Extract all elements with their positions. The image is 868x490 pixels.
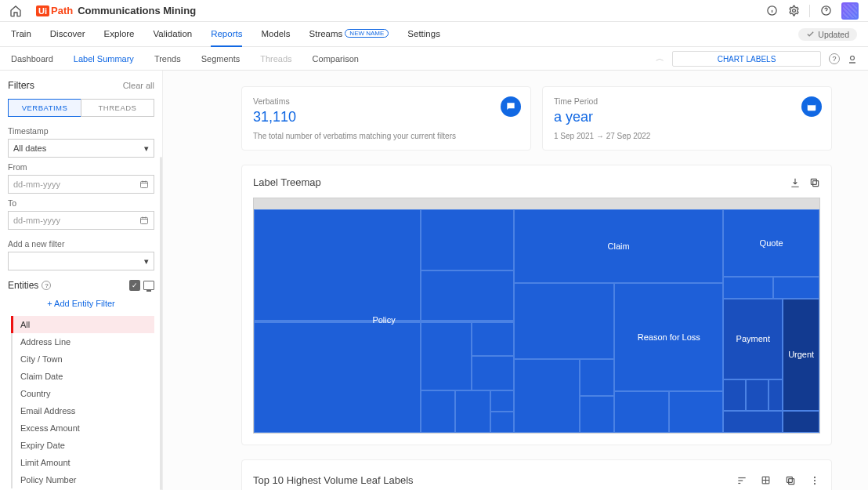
treemap-label-claim: Claim [608, 241, 630, 251]
from-date-input[interactable]: dd-mm-yyyy [8, 175, 154, 194]
entity-item[interactable]: Address Line [13, 333, 154, 350]
treemap-label-policy: Policy [372, 315, 395, 325]
svg-point-32 [813, 479, 815, 481]
entities-label: Entities [8, 280, 38, 291]
nav-reports[interactable]: Reports [211, 22, 242, 47]
avatar[interactable] [841, 2, 859, 20]
subnav-dashboard[interactable]: Dashboard [11, 54, 53, 64]
monitor-icon[interactable] [143, 281, 154, 290]
entity-item[interactable]: Expiry Date [13, 437, 154, 454]
secondary-nav: Dashboard Label Summary Trends Segments … [0, 47, 868, 71]
copy-icon[interactable] [808, 176, 820, 188]
verbatims-card: Verbatims 31,110 The total number of ver… [241, 86, 531, 151]
add-entity-filter-button[interactable]: Add Entity Filter [8, 299, 154, 308]
shield-check-icon[interactable]: ✓ [129, 280, 140, 291]
calendar-icon [801, 96, 822, 117]
svg-rect-30 [787, 477, 792, 482]
copy-icon[interactable] [784, 474, 796, 486]
chevron-down-icon: ▾ [144, 143, 149, 154]
panel-title: Label Treemap [253, 176, 321, 188]
new-name-badge: NEW NAME [345, 29, 389, 38]
card-title: Time Period [554, 96, 820, 106]
help-circle-icon[interactable]: ? [42, 281, 51, 290]
content-area: Verbatims 31,110 The total number of ver… [163, 71, 868, 490]
svg-point-33 [813, 483, 815, 485]
download-icon[interactable] [789, 176, 801, 188]
primary-nav: Train Discover Explore Validation Report… [0, 22, 868, 47]
home-icon[interactable] [9, 5, 22, 17]
svg-rect-18 [812, 180, 818, 186]
more-icon[interactable] [808, 474, 820, 486]
subnav-comparison[interactable]: Comparison [313, 54, 359, 64]
tab-verbatims[interactable]: VERBATIMS [8, 99, 81, 117]
help-circle-icon[interactable]: ? [829, 53, 840, 64]
svg-rect-17 [808, 103, 816, 105]
subnav-threads: Threads [260, 54, 291, 64]
entity-item[interactable]: Email Address [13, 402, 154, 419]
svg-point-31 [813, 476, 815, 477]
time-period-value: a year [554, 109, 820, 125]
grid-icon[interactable] [760, 474, 772, 486]
sort-icon[interactable] [736, 474, 747, 486]
chart-labels-dropdown[interactable]: CHART LABELS [672, 51, 821, 67]
product-logo: UiPath Communications Mining [36, 5, 196, 16]
entity-item[interactable]: Claim Date [13, 368, 154, 385]
top-labels-panel: Top 10 Highest Volume Leaf Labels [241, 459, 832, 490]
chat-icon [501, 96, 521, 117]
add-filter-label: Add a new filter [8, 239, 154, 249]
svg-rect-12 [141, 218, 148, 224]
card-subtitle: The total number of verbatims matching y… [253, 132, 519, 140]
subnav-trends[interactable]: Trends [154, 54, 181, 64]
svg-rect-19 [811, 179, 816, 184]
from-label: From [8, 162, 154, 172]
entity-item[interactable]: Policy Number [13, 471, 154, 488]
entity-item[interactable]: City / Town [13, 350, 154, 368]
chevron-up-icon[interactable]: ︿ [656, 53, 664, 64]
entity-item[interactable]: Limit Amount [13, 454, 154, 471]
nav-settings[interactable]: Settings [407, 22, 440, 47]
underscore-icon[interactable] [848, 54, 857, 64]
chevron-down-icon: ▾ [144, 256, 149, 267]
help-icon[interactable] [819, 5, 832, 17]
verbatims-count: 31,110 [253, 109, 519, 125]
treemap-label-reason: Reason for Loss [638, 332, 700, 342]
nav-models[interactable]: Models [261, 22, 290, 47]
nav-discover[interactable]: Discover [50, 22, 85, 47]
to-date-input[interactable]: dd-mm-yyyy [8, 211, 154, 230]
entity-item[interactable]: Country [13, 385, 154, 402]
clear-all-button[interactable]: Clear all [123, 81, 154, 90]
nav-validation[interactable]: Validation [154, 22, 193, 47]
timestamp-select[interactable]: All dates ▾ [8, 139, 154, 158]
nav-streams[interactable]: Streams NEW NAME [309, 22, 389, 47]
tab-threads[interactable]: THREADS [81, 99, 154, 117]
add-filter-select[interactable]: ▾ [8, 252, 154, 270]
subnav-segments[interactable]: Segments [201, 54, 241, 64]
svg-rect-29 [788, 478, 794, 484]
entity-item-all[interactable]: All [11, 316, 154, 333]
calendar-icon [139, 180, 149, 189]
nav-explore[interactable]: Explore [104, 22, 135, 47]
to-label: To [8, 198, 154, 208]
svg-point-3 [792, 9, 795, 13]
treemap-label-quote: Quote [760, 238, 783, 248]
updated-badge: Updated [798, 28, 857, 41]
product-name: Communications Mining [78, 5, 196, 16]
subnav-label-summary[interactable]: Label Summary [74, 54, 134, 64]
filters-sidebar: Filters Clear all VERBATIMS THREADS Time… [0, 71, 163, 490]
calendar-icon [139, 216, 149, 225]
nav-train[interactable]: Train [11, 22, 31, 47]
svg-point-6 [851, 56, 855, 60]
info-icon[interactable] [765, 5, 778, 17]
filter-tabs: VERBATIMS THREADS [8, 99, 154, 117]
entity-item[interactable]: Excess Amount [13, 419, 154, 437]
svg-rect-8 [141, 182, 148, 188]
panel-title: Top 10 Highest Volume Leaf Labels [253, 474, 414, 486]
label-treemap-panel: Label Treemap [241, 165, 832, 445]
timestamp-label: Timestamp [8, 126, 154, 136]
filters-title: Filters [8, 80, 34, 91]
treemap-chart[interactable]: Policy [253, 198, 820, 434]
time-period-card: Time Period a year 1 Sep 2021 → 27 Sep 2… [542, 86, 832, 151]
treemap-label-payment: Payment [736, 334, 770, 343]
card-subtitle: 1 Sep 2021 → 27 Sep 2022 [554, 132, 820, 140]
gear-icon[interactable] [787, 5, 800, 17]
